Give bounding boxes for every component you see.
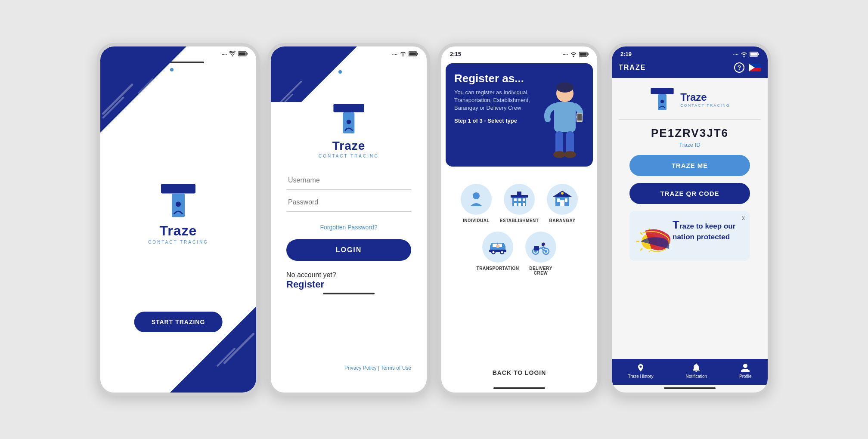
svg-point-23	[564, 151, 576, 158]
traze-me-button[interactable]: TRAZE ME	[629, 155, 750, 176]
traze-id-label: Traze ID	[651, 142, 728, 148]
individual-icon	[467, 190, 486, 209]
nav-notification[interactable]: Notification	[686, 363, 707, 379]
login-traze-logo	[332, 102, 366, 136]
status-bar-4: 2:19 ····	[612, 46, 768, 59]
promo-close-button[interactable]: x	[742, 214, 745, 221]
splash-logo-area: Traze CONTACT TRACING	[148, 182, 208, 244]
transportation-label: TRANSPORTATION	[477, 266, 519, 271]
login-app-name: Traze	[332, 139, 366, 153]
header-icons: ?	[734, 62, 761, 73]
battery-icon-4	[750, 52, 759, 57]
help-icon[interactable]: ?	[734, 62, 744, 73]
status-bar-3: 2:15 ····	[441, 46, 597, 59]
wifi-icon-3	[570, 52, 577, 57]
svg-rect-14	[588, 53, 589, 55]
bottom-nav: Traze History Notification Profile	[612, 359, 768, 385]
home-indicator-1	[152, 62, 204, 63]
nav-profile[interactable]: Profile	[739, 363, 751, 379]
no-account-section: No account yet? Register	[271, 271, 427, 290]
barangay-label: BARANGAY	[549, 218, 576, 223]
start-trazing-button[interactable]: START TRAZING	[134, 312, 223, 332]
svg-point-22	[553, 151, 565, 158]
wifi-icon-4	[741, 52, 747, 57]
status-icons-1: ····	[222, 51, 248, 57]
svg-rect-33	[517, 192, 521, 196]
promo-banner: x	[629, 211, 750, 261]
svg-rect-38	[565, 198, 567, 202]
svg-rect-17	[554, 102, 576, 132]
login-button[interactable]: LOGIN	[286, 239, 411, 261]
person-illustration	[533, 80, 589, 167]
svg-rect-55	[758, 53, 759, 55]
svg-rect-13	[580, 53, 587, 56]
svg-point-43	[501, 251, 503, 254]
screen-dashboard: 2:19 ···· TRAZE ?	[608, 43, 771, 396]
password-input[interactable]	[286, 193, 411, 212]
dashboard-logo: Traze CONTACT TRACING	[649, 87, 730, 112]
establishment-label: ESTABLISHMENT	[500, 218, 539, 223]
barangay-icon	[553, 190, 572, 209]
screen-login: 2:15 ····	[267, 43, 430, 396]
delivery-circle	[525, 232, 556, 263]
delivery-icon	[531, 238, 550, 257]
svg-point-24	[473, 192, 480, 199]
svg-rect-28	[518, 198, 521, 201]
svg-rect-9	[333, 104, 364, 112]
svg-rect-52	[534, 246, 539, 250]
signal-dots-icon-2: ····	[392, 52, 397, 57]
transportation-icon	[488, 238, 507, 257]
status-bar-1: 2:15 ····	[100, 46, 256, 59]
promo-text: Traze to keep our nation protected	[673, 218, 743, 242]
login-logo-area: Traze CONTACT TRACING	[271, 102, 427, 158]
dashboard-traze-logo	[649, 87, 675, 112]
app-header: TRAZE ?	[612, 59, 768, 78]
register-link[interactable]: Register	[286, 279, 411, 290]
delivery-label: DELIVERY CREW	[524, 266, 558, 275]
svg-rect-1	[239, 52, 246, 55]
establishment-circle	[504, 184, 535, 215]
svg-point-11	[347, 120, 351, 124]
home-indicator-2	[323, 293, 375, 294]
nav-notification-label: Notification	[686, 374, 707, 379]
privacy-links[interactable]: Privacy Policy | Terms of Use	[344, 365, 411, 371]
svg-rect-30	[514, 203, 517, 206]
back-to-login-link[interactable]: BACK TO LOGIN	[441, 369, 597, 376]
battery-icon	[238, 51, 248, 57]
status-time-4: 2:19	[620, 51, 632, 57]
traze-qr-button[interactable]: TRAZE QR CODE	[629, 183, 750, 204]
svg-rect-56	[651, 88, 674, 94]
dashboard-app-subtitle: CONTACT TRACING	[680, 103, 730, 108]
type-establishment[interactable]: ESTABLISHMENT	[502, 184, 536, 223]
traze-id-section: PE1ZRV3JT6 Traze ID	[651, 127, 728, 148]
battery-icon-3	[579, 52, 589, 57]
battery-icon-2	[409, 51, 418, 57]
type-transportation[interactable]: TRANSPORTATION	[480, 232, 515, 275]
screen-register: 2:15 ···· Register as... You can registe…	[438, 43, 601, 396]
traze-t-logo	[159, 182, 198, 220]
type-individual[interactable]: INDIVIDUAL	[459, 184, 493, 223]
promo-t-letter: T	[673, 218, 679, 231]
svg-rect-3	[161, 184, 195, 193]
profile-icon	[741, 363, 750, 373]
nav-traze-history[interactable]: Traze History	[628, 363, 654, 379]
type-delivery[interactable]: DELIVERY CREW	[524, 232, 558, 275]
svg-rect-2	[247, 53, 248, 55]
svg-point-41	[493, 251, 495, 254]
status-icons-4: ····	[733, 52, 759, 57]
svg-point-5	[176, 201, 181, 207]
type-barangay[interactable]: BARANGAY	[545, 184, 580, 223]
svg-rect-37	[557, 198, 560, 202]
signal-dots-icon: ····	[222, 52, 227, 57]
username-input[interactable]	[286, 171, 411, 190]
promo-message: raze to keep our nation protected	[673, 222, 735, 241]
splash-app-name: Traze	[160, 223, 197, 239]
svg-point-46	[496, 244, 499, 248]
status-bar-2: 2:15 ····	[271, 46, 427, 59]
flag-icon	[749, 64, 761, 71]
individual-label: INDIVIDUAL	[463, 218, 490, 223]
barangay-circle	[547, 184, 578, 215]
dashboard-app-name: Traze	[680, 91, 730, 103]
location-icon	[636, 363, 645, 373]
forgotten-password-link[interactable]: Forgotten Password?	[286, 224, 411, 231]
